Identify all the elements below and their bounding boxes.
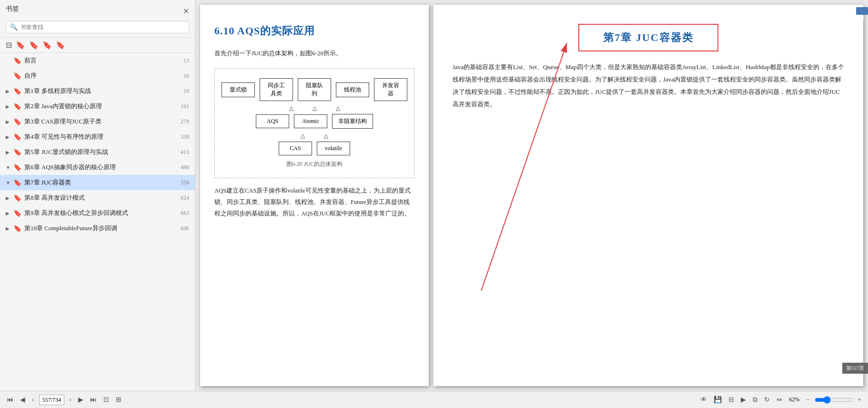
layout-icon[interactable]: ⊟ [727,395,736,405]
diag-box-explicit-lock: 显式锁 [222,82,255,97]
expand-arrow-icon: ▶ [6,211,11,216]
pdf-page-left: 6.10 AQS的实际应用 首先介绍一下JUC的总体架构，如图6-20所示。 显… [200,5,429,386]
sidebar-item-ch9[interactable]: ▶🔖第9章 高并发核心模式之异步回调模式663 [0,205,195,221]
search-icon: 🔍 [10,23,18,31]
nav-prev-button[interactable]: ◀ [18,395,27,405]
sidebar-header: 书签 ✕ 🔍 [0,0,195,38]
sidebar-item-ch4[interactable]: ▶🔖第4章 可见性与有序性的原理339 [0,129,195,144]
bookmark-icon-3[interactable]: 🔖 [42,41,52,50]
sidebar-title: 书签 [6,5,19,13]
bookmark-flag-icon: 🔖 [13,148,21,156]
bookmark-flag-icon: 🔖 [13,102,21,111]
rotate-icon[interactable]: ↻ [762,395,772,405]
sidebar-item-page: 16 [183,72,189,80]
fit-width-button[interactable]: ⊞ [114,395,123,405]
page-input-box[interactable]: 557/734 [39,395,64,405]
nav-end-button[interactable]: ⏭ [88,395,99,405]
bookmark-icon-2[interactable]: 🔖 [29,41,39,50]
chapter-heading-box: 第7章 JUC容器类 [578,24,718,51]
sidebar-item-label: 第6章 AQS抽象同步器的核心原理 [24,163,179,172]
bookmark-flag-icon: 🔖 [13,209,21,217]
mirror-icon[interactable]: ⇔ [775,395,784,405]
expand-arrow-icon: ▶ [6,195,11,201]
side-tab-button[interactable]: 書 [856,7,868,15]
pdf-viewer: 6.10 AQS的实际应用 首先介绍一下JUC的总体架构，如图6-20所示。 显… [195,0,868,391]
eye-icon[interactable]: 👁 [698,395,709,405]
bookmark-flag-icon: 🔖 [13,72,21,80]
zoom-out-button[interactable]: − [804,395,812,405]
sidebar-item-label: 第2章 Java内置锁的核心原理 [24,102,179,111]
sidebar-item-label: 第4章 可见性与有序性的原理 [24,133,179,141]
zoom-in-button[interactable]: + [856,395,863,405]
sidebar-item-label: 第3章 CAS原理与JUC原子类 [24,117,179,126]
sidebar-item-ch8[interactable]: ▶🔖第8章 高并发设计模式624 [0,190,195,205]
bookmark-icon-1[interactable]: 🔖 [16,41,25,50]
expand-arrow-icon: ▶ [6,226,11,231]
bookmark-flag-icon: 🔖 [13,194,21,202]
zoom-slider[interactable] [815,396,853,404]
sidebar-item-page: 413 [181,149,189,156]
sidebar-item-ch2[interactable]: ▶🔖第2章 Java内置锁的核心原理191 [0,99,195,114]
bookmark-flag-icon: 🔖 [13,224,21,233]
sidebar-item-ch3[interactable]: ▶🔖第3章 CAS原理与JUC原子类279 [0,114,195,129]
toolbar-left: ⏮ ◀ ‹ 557/734 › ▶ ⏭ ⊡ ⊞ [5,395,123,405]
diag-box-cas: CAS [279,142,312,155]
sidebar-item-page: 191 [181,103,189,110]
bookmark-list-icon[interactable]: ⊟ [6,41,12,50]
desc-text: AQS建立在CAS原子操作和volatile可见性变量的基础之上，为上层的显式锁… [214,185,414,219]
bookmark-flag-icon: 🔖 [13,133,21,141]
bookmark-flag-icon: 🔖 [13,57,21,65]
diagram-arrows-1: △△△ [224,105,404,112]
search-box[interactable]: 🔍 [6,21,189,33]
diagram-arrows-2: △△ [224,133,404,140]
sidebar-item-label: 第7章 JUC容器类 [24,178,179,187]
sidebar-item-foreword[interactable]: 🔖自序16 [0,68,195,83]
search-input[interactable] [20,24,185,31]
diag-box-aqs: AQS [256,114,289,128]
sidebar-item-label: 第10章 CompletableFuture异步回调 [24,224,179,233]
nav-start-button[interactable]: ⏮ [5,395,15,405]
pdf-page-right: 第7章 JUC容器类 Java的基础容器主要有List、Set、Queue、Ma… [434,5,863,386]
sidebar-item-label: 第9章 高并发核心模式之异步回调模式 [24,209,179,217]
nav-next-button[interactable]: ▶ [76,395,85,405]
toolbar-right: 👁 💾 ⊟ ▶ ⧉ ↻ ⇔ 62% − + [698,395,863,405]
diag-box-sync-tools: 同步工具类 [260,78,293,101]
diagram-row-3: CAS volatile [224,142,404,155]
bottom-toolbar: ⏮ ◀ ‹ 557/734 › ▶ ⏭ ⊡ ⊞ 👁 💾 ⊟ ▶ ⧉ ↻ ⇔ 62… [0,391,868,408]
chapter-title: 第7章 JUC容器类 [603,31,693,45]
intro-text: 首先介绍一下JUC的总体架构，如图6-20所示。 [214,48,414,59]
sidebar-item-page: 558 [181,179,189,186]
diag-box-atomic: Atomic [294,114,327,128]
sidebar-item-page: 13 [183,57,189,64]
sidebar-icon-bar: ⊟ 🔖 🔖 🔖 🔖 [0,38,195,53]
sidebar-item-page: 663 [181,210,189,217]
save-icon[interactable]: 💾 [712,395,724,405]
sidebar-item-label: 前言 [24,56,182,65]
bookmark-icon-4[interactable]: 🔖 [56,41,65,50]
diagram-row-2: AQS Atomic 非阻塞结构 [224,114,404,129]
diag-box-thread-pool: 线程池 [336,82,369,97]
sidebar-item-ch10[interactable]: ▶🔖第10章 CompletableFuture异步回调696 [0,221,195,236]
copy-icon[interactable]: ⧉ [751,395,759,405]
nav-prev-small-button[interactable]: ‹ [30,395,36,405]
diag-box-volatile: volatile [317,142,350,155]
bookmark-flag-icon: 🔖 [13,163,21,172]
sidebar-item-preface[interactable]: 🔖前言13 [0,53,195,68]
play-icon[interactable]: ▶ [739,395,748,405]
section-title: 6.10 AQS的实际应用 [214,24,414,38]
nav-next-small-button[interactable]: › [67,395,73,405]
sidebar-item-ch1[interactable]: ▶🔖第1章 多线程原理与实战19 [0,83,195,99]
page-current: 557/734 [42,397,61,403]
sidebar-item-label: 第8章 高并发设计模式 [24,194,179,202]
sidebar-item-ch7[interactable]: ▼🔖第7章 JUC容器类558 [0,175,195,190]
sidebar-item-page: 279 [181,118,189,125]
close-icon[interactable]: ✕ [183,7,189,16]
sidebar-list: 🔖前言13🔖自序16▶🔖第1章 多线程原理与实战19▶🔖第2章 Java内置锁的… [0,53,195,391]
fit-page-button[interactable]: ⊡ [101,395,111,405]
zoom-level: 62% [789,396,799,403]
sidebar-item-ch6[interactable]: ▼🔖第6章 AQS抽象同步器的核心原理490 [0,160,195,175]
sidebar-item-ch5[interactable]: ▶🔖第5章 JUC显式锁的原理与实战413 [0,144,195,160]
chapter-content: Java的基础容器主要有List、Set、Queue、Map四个大类，但是大家熟… [453,61,844,111]
expand-arrow-icon: ▶ [6,150,11,155]
expand-arrow-icon: ▼ [6,165,11,170]
